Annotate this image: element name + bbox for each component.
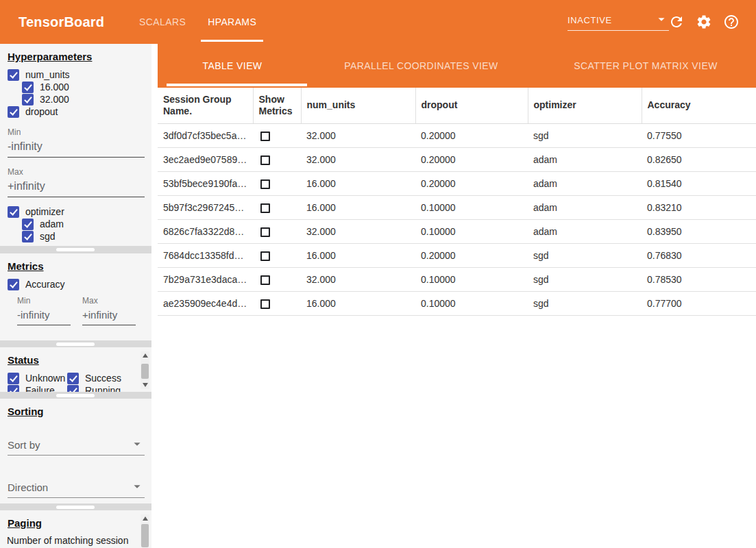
show-metrics-checkbox[interactable] bbox=[260, 227, 270, 237]
metric-item: Accuracy bbox=[8, 278, 145, 290]
hyperparameter-item: 32.000 bbox=[22, 93, 145, 105]
checked-checkbox[interactable] bbox=[22, 82, 34, 93]
hyperparameter-item: adam bbox=[22, 218, 145, 230]
session-group-name: 5b97f3c2967245b… bbox=[158, 195, 253, 219]
num-units-cell: 16.000 bbox=[301, 171, 415, 195]
hyperparameter-item: sgd bbox=[22, 230, 145, 242]
checkbox-label: sgd bbox=[40, 231, 56, 242]
session-group-name: ae235909ec4e4d… bbox=[158, 291, 253, 315]
max-input[interactable]: +infinity bbox=[82, 306, 136, 325]
session-group-name: 3df0d7cf35bec5a… bbox=[158, 123, 253, 147]
checked-checkbox[interactable] bbox=[8, 69, 19, 81]
app-title: TensorBoard bbox=[19, 0, 104, 44]
caret-down-icon bbox=[130, 436, 145, 453]
section-resize-handle[interactable] bbox=[56, 248, 95, 251]
nav-tab[interactable]: SCALARS bbox=[128, 0, 197, 44]
optimizer-cell: adam bbox=[528, 195, 642, 219]
min-label: Min bbox=[17, 296, 70, 306]
show-metrics-checkbox[interactable] bbox=[260, 179, 270, 189]
num-units-cell: 32.000 bbox=[301, 219, 415, 243]
checked-checkbox[interactable] bbox=[67, 385, 79, 393]
show-metrics-checkbox[interactable] bbox=[260, 251, 270, 261]
show-metrics-checkbox[interactable] bbox=[260, 299, 270, 309]
checked-checkbox[interactable] bbox=[8, 206, 19, 218]
checkbox-label: num_units bbox=[25, 69, 70, 80]
max-input[interactable]: +infinity bbox=[8, 177, 145, 197]
view-tab[interactable]: PARALLEL COORDINATES VIEW bbox=[307, 44, 535, 88]
paging-section: Paging Number of matching session groups… bbox=[0, 510, 151, 548]
checked-checkbox[interactable] bbox=[22, 231, 34, 242]
show-metrics-cell bbox=[253, 267, 301, 291]
checkbox-label: optimizer bbox=[25, 206, 64, 217]
checked-checkbox[interactable] bbox=[8, 106, 19, 118]
show-metrics-checkbox[interactable] bbox=[260, 132, 270, 141]
help-icon[interactable] bbox=[723, 14, 740, 30]
optimizer-cell: adam bbox=[528, 171, 642, 195]
scroll-up-icon[interactable] bbox=[143, 353, 148, 358]
view-tab[interactable]: TABLE VIEW bbox=[158, 44, 307, 88]
checkbox-label: adam bbox=[40, 219, 64, 229]
direction-label: Direction bbox=[8, 482, 48, 493]
optimizer-cell: sgd bbox=[528, 267, 642, 291]
scroll-down-icon[interactable] bbox=[143, 383, 148, 387]
hyperparameters-heading: Hyperparameters bbox=[8, 51, 145, 62]
accuracy-cell: 0.82650 bbox=[642, 147, 756, 171]
refresh-icon[interactable] bbox=[668, 14, 685, 30]
column-header[interactable]: dropout bbox=[415, 88, 528, 123]
checkbox-label: dropout bbox=[25, 106, 58, 117]
session-group-name: 3ec2aed9e07589f… bbox=[158, 147, 253, 171]
table-row: 3df0d7cf35bec5a… 32.000 0.20000 sgd 0.77… bbox=[158, 123, 756, 147]
status-dropdown[interactable]: INACTIVE bbox=[568, 10, 669, 31]
checked-checkbox[interactable] bbox=[22, 94, 34, 105]
column-header[interactable]: Accuracy bbox=[642, 88, 756, 123]
checked-checkbox[interactable] bbox=[8, 373, 19, 384]
show-metrics-checkbox[interactable] bbox=[260, 155, 270, 165]
column-header[interactable]: num_units bbox=[301, 88, 415, 123]
table-row: ae235909ec4e4d… 16.000 0.10000 sgd 0.777… bbox=[158, 291, 756, 315]
matching-groups-text: Number of matching session groups: 8 bbox=[7, 535, 134, 548]
direction-dropdown[interactable]: Direction bbox=[8, 477, 145, 498]
optimizer-list: optimizer adam sgd bbox=[7, 206, 145, 242]
min-input[interactable]: -infinity bbox=[8, 137, 145, 158]
section-resize-handle[interactable] bbox=[56, 342, 95, 346]
status-item: Failure bbox=[8, 384, 66, 392]
checkbox-label: Failure bbox=[25, 385, 55, 392]
section-resize-handle[interactable] bbox=[56, 506, 95, 509]
scrollbar-thumb[interactable] bbox=[141, 364, 149, 379]
column-header[interactable]: optimizer bbox=[528, 88, 642, 123]
scrollbar-thumb[interactable] bbox=[141, 524, 149, 547]
paging-scrollbar[interactable] bbox=[141, 514, 149, 545]
section-resize-handle[interactable] bbox=[56, 394, 95, 397]
checked-checkbox[interactable] bbox=[22, 219, 34, 230]
show-metrics-checkbox[interactable] bbox=[260, 203, 270, 213]
show-metrics-checkbox[interactable] bbox=[260, 275, 270, 285]
table-header-row: Session Group Name. Show Metrics num_uni… bbox=[158, 88, 756, 123]
view-tab[interactable]: SCATTER PLOT MATRIX VIEW bbox=[535, 44, 756, 88]
min-input[interactable]: -infinity bbox=[17, 306, 71, 325]
checkbox-label: Unknown bbox=[25, 373, 65, 384]
toolbar-actions bbox=[668, 14, 740, 30]
checked-checkbox[interactable] bbox=[8, 279, 19, 290]
scroll-up-icon[interactable] bbox=[143, 516, 148, 521]
show-metrics-cell bbox=[253, 291, 301, 315]
dropout-cell: 0.10000 bbox=[415, 195, 528, 219]
session-group-name: 7b29a731e3daca… bbox=[158, 267, 253, 291]
checked-checkbox[interactable] bbox=[67, 373, 79, 384]
caret-down-icon bbox=[654, 12, 669, 29]
dropout-cell: 0.10000 bbox=[415, 267, 528, 291]
view-tab-label: TABLE VIEW bbox=[203, 60, 263, 71]
settings-icon[interactable] bbox=[696, 14, 712, 30]
nav-tab[interactable]: HPARAMS bbox=[197, 0, 267, 44]
column-header[interactable]: Show Metrics bbox=[253, 88, 301, 123]
checked-checkbox[interactable] bbox=[8, 385, 19, 393]
paging-heading: Paging bbox=[8, 517, 145, 529]
show-metrics-cell bbox=[253, 219, 301, 243]
optimizer-cell: sgd bbox=[528, 291, 642, 315]
sidebar-gutter bbox=[151, 44, 158, 548]
show-metrics-cell bbox=[253, 147, 301, 171]
sort-by-dropdown[interactable]: Sort by bbox=[8, 435, 145, 456]
min-label: Min bbox=[8, 127, 145, 137]
status-scrollbar[interactable] bbox=[141, 351, 149, 389]
optimizer-cell: sgd bbox=[528, 123, 642, 147]
column-header[interactable]: Session Group Name. bbox=[158, 88, 253, 123]
